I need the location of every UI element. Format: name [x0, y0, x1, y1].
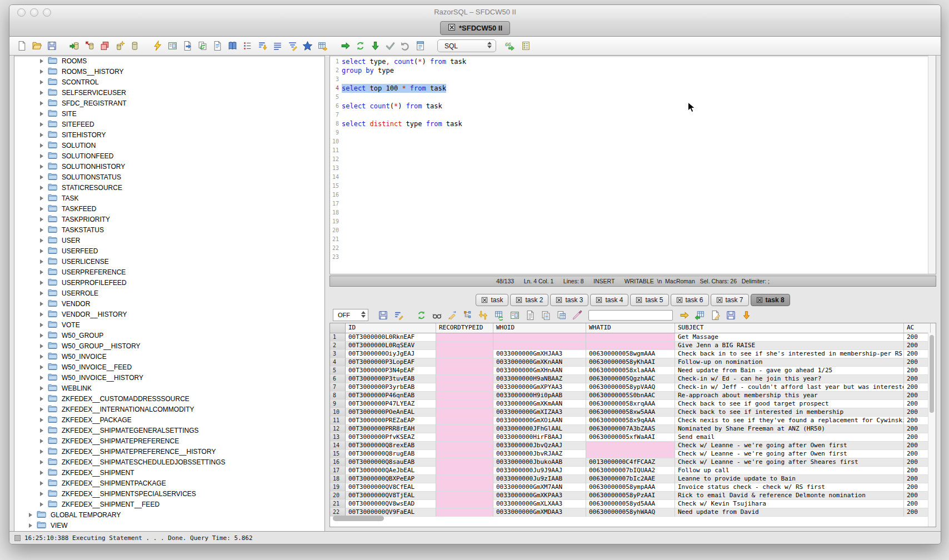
disclosure-triangle-icon[interactable]: [40, 249, 43, 253]
table-cell[interactable]: 0033000000JbvRJAAZ: [493, 450, 586, 458]
editor-line[interactable]: 4select top 100 * from task: [330, 84, 936, 93]
table-cell[interactable]: 00T3000000OiyJgEAJ: [346, 350, 436, 358]
editor-line[interactable]: 5: [330, 93, 936, 102]
table-cell[interactable]: 200: [904, 417, 931, 425]
table-cell[interactable]: 0033000000Ju9J9AAJ: [493, 467, 586, 475]
table-cell[interactable]: 00630000007bIQUAA2: [586, 467, 675, 475]
column-header-whoid[interactable]: WHOID: [493, 323, 586, 333]
copy-table-icon[interactable]: [99, 40, 111, 52]
disclosure-triangle-icon[interactable]: [40, 386, 43, 391]
table-cell[interactable]: Check back in to see if she's interested…: [675, 350, 904, 358]
table-horizontal-scroll-thumb[interactable]: [333, 516, 384, 521]
open-file-icon[interactable]: [31, 40, 43, 52]
result-tab-task-6[interactable]: task 6: [671, 294, 709, 306]
tree-item-taskfeed[interactable]: TASKFEED: [14, 203, 324, 214]
highlight-pen-icon[interactable]: [571, 309, 583, 321]
table-cell[interactable]: 0033000000Ju9zIAAB: [493, 475, 586, 483]
table-cell[interactable]: Get Massage: [675, 333, 904, 342]
table-cell[interactable]: Check-in w/ Ed - can he join this year?: [675, 375, 904, 383]
table-cell[interactable]: 0033000000H9i0pAAB: [493, 392, 586, 400]
disclosure-triangle-icon[interactable]: [40, 228, 43, 232]
table-cell[interactable]: 0033000000GmXKnAAN: [493, 358, 586, 367]
tree-item-userprofilefeed[interactable]: USERPROFILEFEED: [14, 277, 324, 288]
disclosure-triangle-icon[interactable]: [40, 164, 43, 169]
execute-forward-icon[interactable]: [339, 40, 351, 52]
tree-item-zkfedex-shipmatescheduledjobssettings[interactable]: ZKFEDEX__SHIPMATESCHEDULEDJOBSSETTINGS: [14, 457, 324, 467]
table-cell[interactable]: 00T3000000QBXPeEAP: [346, 475, 436, 483]
table-cell[interactable]: [586, 442, 675, 450]
table-cell[interactable]: 006300000058yhWAAQ: [586, 508, 675, 517]
disclosure-triangle-icon[interactable]: [40, 376, 43, 380]
tree-item-weblink[interactable]: WEBLINK: [14, 383, 324, 393]
tree-item-sitehistory[interactable]: SITEHISTORY: [14, 129, 324, 140]
table-cell[interactable]: [436, 392, 493, 400]
table-cell[interactable]: Send email: [675, 433, 904, 442]
table-cell[interactable]: 00T3000000PRR8rEAH: [346, 425, 436, 433]
disclosure-triangle-icon[interactable]: [40, 397, 43, 401]
table-cell[interactable]: Re-approach about membership this year: [675, 392, 904, 400]
table-cell[interactable]: 0013000000C4fFCAAZ: [586, 458, 675, 467]
refresh-cycle-icon[interactable]: [354, 40, 366, 52]
tree-item-vendor[interactable]: VENDOR: [14, 298, 324, 309]
table-cell[interactable]: [436, 408, 493, 417]
table-cell[interactable]: 006300000058ypVAAQ: [586, 383, 675, 392]
column-header-whatid[interactable]: WHATID: [586, 323, 675, 333]
import-table-icon[interactable]: [694, 309, 706, 321]
disclosure-triangle-icon[interactable]: [40, 217, 43, 222]
table-row[interactable]: 100T3000000L0RknEAFGet Massage200: [330, 333, 936, 342]
table-cell[interactable]: 200: [904, 500, 931, 508]
table-row[interactable]: 1900T3000000QV8CfEAL0033000000GmXM7AAN00…: [330, 483, 936, 492]
disclosure-triangle-icon[interactable]: [40, 418, 43, 422]
table-cell[interactable]: Rick to email David & reference Delmonte…: [675, 492, 904, 500]
table-cell[interactable]: 0033000000GmXLXAA3: [493, 500, 586, 508]
disclosure-triangle-icon[interactable]: [40, 69, 43, 74]
table-cell[interactable]: 00630000007bIc2AAE: [586, 475, 675, 483]
close-window-button[interactable]: [17, 8, 26, 17]
minimize-window-button[interactable]: [30, 8, 38, 17]
tree-item-userrole[interactable]: USERROLE: [14, 288, 324, 298]
table-cell[interactable]: 0033000000GmXM7AAN: [493, 483, 586, 492]
table-cell[interactable]: Need update from David: [675, 508, 904, 517]
filter-lines-icon[interactable]: [287, 40, 298, 52]
table-cell[interactable]: [436, 350, 493, 358]
table-cell[interactable]: 00T3000000P46qnEAB: [346, 392, 436, 400]
editor-line[interactable]: 11: [330, 146, 936, 155]
disclosure-triangle-icon[interactable]: [40, 101, 43, 106]
table-cell[interactable]: 006300000058xlaAAA: [586, 367, 675, 375]
table-row[interactable]: 900T3000000P47LYEAZ0033000000GmXKmAAN006…: [330, 400, 936, 408]
tree-item-userlicense[interactable]: USERLICENSE: [14, 256, 324, 267]
tree-item-scontrol[interactable]: SCONTROL: [14, 77, 324, 87]
table-cell[interactable]: 200: [904, 433, 931, 442]
table-cell[interactable]: Give Jenn a BIG RAISE: [675, 342, 904, 350]
table-cell[interactable]: [436, 367, 493, 375]
new-database-object-icon[interactable]: [114, 40, 126, 52]
table-row[interactable]: 2100T3000000QV8wsEAD0033000000GmXLXAA300…: [330, 500, 936, 508]
column-header-recordtypeid[interactable]: RECORDTYPEID: [436, 323, 493, 333]
copy-table2-icon[interactable]: [556, 309, 567, 321]
table-cell[interactable]: 200: [904, 475, 931, 483]
sort-descending-icon[interactable]: [257, 40, 268, 52]
table-cell[interactable]: 200: [904, 425, 931, 433]
database-icon[interactable]: [129, 40, 141, 52]
table-cell[interactable]: Check-in w/ Jeff - couldn't afford last …: [675, 383, 904, 392]
table-cell[interactable]: 200: [904, 408, 931, 417]
table-cell[interactable]: Check back to see if interested in membe…: [675, 408, 904, 417]
table-cell[interactable]: 00T3000000QV8CfEAL: [346, 483, 436, 492]
disconnect-database-icon[interactable]: [84, 40, 96, 52]
save-results-icon[interactable]: [377, 309, 389, 321]
page-note-icon[interactable]: [525, 309, 536, 321]
disclosure-triangle-icon[interactable]: [40, 175, 43, 179]
table-cell[interactable]: [436, 458, 493, 467]
sort-filter-icon[interactable]: [393, 309, 404, 321]
disclosure-triangle-icon[interactable]: [40, 323, 43, 327]
result-tab-task-8[interactable]: task 8: [751, 294, 790, 306]
edit-cell-icon[interactable]: [447, 309, 458, 321]
table-cell[interactable]: 00630000005QgzhAAC: [586, 375, 675, 383]
editor-line[interactable]: 23: [330, 253, 936, 262]
result-tab-task-4[interactable]: task 4: [590, 294, 628, 306]
table-cell[interactable]: [436, 375, 493, 383]
view-record-icon[interactable]: [431, 309, 443, 321]
tree-item-sitefeed[interactable]: SITEFEED: [14, 119, 324, 129]
table-cell[interactable]: 0033000000GmXHJAA3: [493, 350, 586, 358]
table-cell[interactable]: [436, 425, 493, 433]
